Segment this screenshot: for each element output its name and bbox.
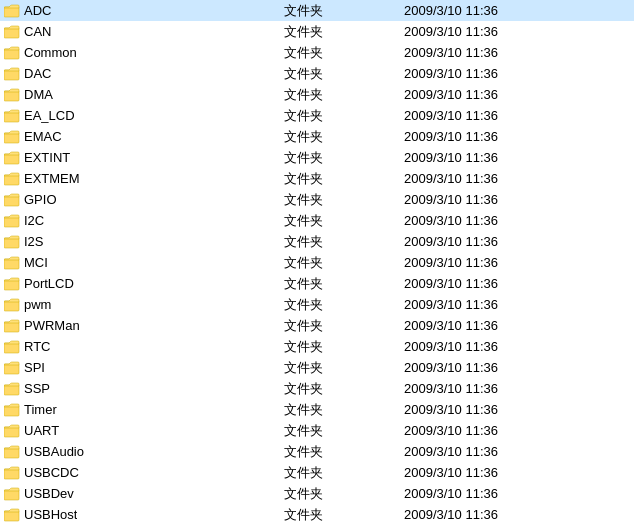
list-item[interactable]: UART 文件夹 2009/3/10 11:36 xyxy=(0,420,634,441)
svg-rect-4 xyxy=(4,91,19,101)
file-type: 文件夹 xyxy=(284,506,404,524)
svg-rect-3 xyxy=(4,70,19,80)
list-item[interactable]: pwm 文件夹 2009/3/10 11:36 xyxy=(0,294,634,315)
file-type: 文件夹 xyxy=(284,107,404,125)
file-date: 2009/3/10 11:36 xyxy=(404,402,544,417)
folder-icon xyxy=(4,88,20,102)
file-name: DMA xyxy=(24,87,53,102)
list-item[interactable]: Common 文件夹 2009/3/10 11:36 xyxy=(0,42,634,63)
folder-icon xyxy=(4,319,20,333)
svg-rect-24 xyxy=(4,511,19,521)
svg-rect-17 xyxy=(4,364,19,374)
folder-icon xyxy=(4,361,20,375)
folder-icon xyxy=(4,46,20,60)
file-type: 文件夹 xyxy=(284,380,404,398)
folder-icon xyxy=(4,277,20,291)
file-type: 文件夹 xyxy=(284,443,404,461)
folder-icon xyxy=(4,193,20,207)
file-name: USBAudio xyxy=(24,444,84,459)
file-name: Common xyxy=(24,45,77,60)
file-date: 2009/3/10 11:36 xyxy=(404,66,544,81)
list-item[interactable]: I2C 文件夹 2009/3/10 11:36 xyxy=(0,210,634,231)
file-name: EXTMEM xyxy=(24,171,80,186)
file-date: 2009/3/10 11:36 xyxy=(404,381,544,396)
file-name: Timer xyxy=(24,402,57,417)
file-name: USBCDC xyxy=(24,465,79,480)
svg-rect-20 xyxy=(4,427,19,437)
list-item[interactable]: DMA 文件夹 2009/3/10 11:36 xyxy=(0,84,634,105)
folder-icon xyxy=(4,298,20,312)
file-date: 2009/3/10 11:36 xyxy=(404,171,544,186)
list-item[interactable]: EMAC 文件夹 2009/3/10 11:36 xyxy=(0,126,634,147)
list-item[interactable]: CAN 文件夹 2009/3/10 11:36 xyxy=(0,21,634,42)
list-item[interactable]: RTC 文件夹 2009/3/10 11:36 xyxy=(0,336,634,357)
file-type: 文件夹 xyxy=(284,464,404,482)
file-name: USBHost xyxy=(24,507,77,522)
list-item[interactable]: GPIO 文件夹 2009/3/10 11:36 xyxy=(0,189,634,210)
list-item[interactable]: Timer 文件夹 2009/3/10 11:36 xyxy=(0,399,634,420)
file-date: 2009/3/10 11:36 xyxy=(404,276,544,291)
svg-rect-5 xyxy=(4,112,19,122)
file-type: 文件夹 xyxy=(284,275,404,293)
svg-rect-21 xyxy=(4,448,19,458)
file-date: 2009/3/10 11:36 xyxy=(404,45,544,60)
file-type: 文件夹 xyxy=(284,296,404,314)
file-name: USBDev xyxy=(24,486,74,501)
list-item[interactable]: I2S 文件夹 2009/3/10 11:36 xyxy=(0,231,634,252)
file-date: 2009/3/10 11:36 xyxy=(404,24,544,39)
list-item[interactable]: USBAudio 文件夹 2009/3/10 11:36 xyxy=(0,441,634,462)
list-item[interactable]: EXTMEM 文件夹 2009/3/10 11:36 xyxy=(0,168,634,189)
folder-icon xyxy=(4,508,20,522)
file-date: 2009/3/10 11:36 xyxy=(404,297,544,312)
svg-rect-6 xyxy=(4,133,19,143)
list-item[interactable]: SSP 文件夹 2009/3/10 11:36 xyxy=(0,378,634,399)
file-date: 2009/3/10 11:36 xyxy=(404,465,544,480)
svg-rect-8 xyxy=(4,175,19,185)
list-item[interactable]: USBCDC 文件夹 2009/3/10 11:36 xyxy=(0,462,634,483)
svg-rect-13 xyxy=(4,280,19,290)
svg-rect-2 xyxy=(4,49,19,59)
file-date: 2009/3/10 11:36 xyxy=(404,150,544,165)
file-name: MCI xyxy=(24,255,48,270)
folder-icon xyxy=(4,235,20,249)
list-item[interactable]: PortLCD 文件夹 2009/3/10 11:36 xyxy=(0,273,634,294)
file-name: pwm xyxy=(24,297,51,312)
file-type: 文件夹 xyxy=(284,149,404,167)
file-name: I2C xyxy=(24,213,44,228)
file-type: 文件夹 xyxy=(284,65,404,83)
file-type: 文件夹 xyxy=(284,401,404,419)
file-name: CAN xyxy=(24,24,51,39)
list-item[interactable]: EXTINT 文件夹 2009/3/10 11:36 xyxy=(0,147,634,168)
file-date: 2009/3/10 11:36 xyxy=(404,3,544,18)
file-date: 2009/3/10 11:36 xyxy=(404,444,544,459)
list-item[interactable]: ADC 文件夹 2009/3/10 11:36 xyxy=(0,0,634,21)
folder-icon xyxy=(4,67,20,81)
svg-rect-14 xyxy=(4,301,19,311)
file-type: 文件夹 xyxy=(284,44,404,62)
list-item[interactable]: MCI 文件夹 2009/3/10 11:36 xyxy=(0,252,634,273)
list-item[interactable]: USBDev 文件夹 2009/3/10 11:36 xyxy=(0,483,634,504)
svg-rect-11 xyxy=(4,238,19,248)
file-name: PWRMan xyxy=(24,318,80,333)
file-date: 2009/3/10 11:36 xyxy=(404,192,544,207)
list-item[interactable]: SPI 文件夹 2009/3/10 11:36 xyxy=(0,357,634,378)
list-item[interactable]: USBHost 文件夹 2009/3/10 11:36 xyxy=(0,504,634,525)
folder-icon xyxy=(4,466,20,480)
folder-icon xyxy=(4,151,20,165)
file-date: 2009/3/10 11:36 xyxy=(404,213,544,228)
file-name: EXTINT xyxy=(24,150,70,165)
file-type: 文件夹 xyxy=(284,485,404,503)
svg-rect-16 xyxy=(4,343,19,353)
file-date: 2009/3/10 11:36 xyxy=(404,108,544,123)
folder-icon xyxy=(4,109,20,123)
file-name: UART xyxy=(24,423,59,438)
list-item[interactable]: EA_LCD 文件夹 2009/3/10 11:36 xyxy=(0,105,634,126)
file-type: 文件夹 xyxy=(284,86,404,104)
list-item[interactable]: DAC 文件夹 2009/3/10 11:36 xyxy=(0,63,634,84)
folder-icon xyxy=(4,4,20,18)
list-item[interactable]: PWRMan 文件夹 2009/3/10 11:36 xyxy=(0,315,634,336)
file-name: EA_LCD xyxy=(24,108,75,123)
file-name: RTC xyxy=(24,339,50,354)
file-list-container: ADC 文件夹 2009/3/10 11:36 CAN 文件夹 2009/3/1… xyxy=(0,0,634,525)
folder-icon xyxy=(4,445,20,459)
